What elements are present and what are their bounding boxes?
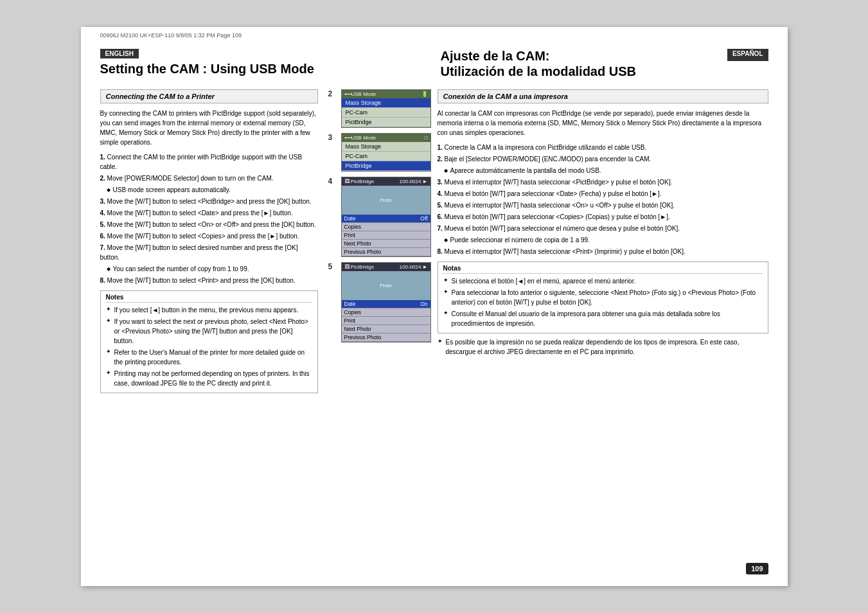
screen-2-item-mass-storage: Mass Storage: [342, 98, 430, 108]
screen-5-row-date: DateOn: [342, 300, 430, 308]
spanish-step-2: 2. Baje el [Selector POWER/MODE] (ENC./M…: [438, 154, 768, 164]
spanish-steps-list: 1. Conecte la CAM a la impresora con Pic…: [438, 143, 768, 256]
spanish-step-7: 7. Mueva el botón [W/T] para seleccionar…: [438, 224, 768, 233]
page-wrapper: 00906J M2100 UK+ESP-110 9/8/05 1:32 PM P…: [81, 27, 788, 586]
screen-5-number: 5: [328, 262, 337, 271]
screen-4-item: 4 🖼 PictBridge 100-0024 ► Photo DateOff …: [328, 177, 431, 257]
english-content: Connecting the CAM to a Printer By conne…: [100, 89, 318, 565]
english-step-6: 6. Move the [W/T] button to select <Copi…: [100, 231, 318, 241]
screen-2-header: ⟵USB Mode 🔋: [342, 90, 430, 98]
spanish-note-2: Para seleccionar la foto anterior o sigu…: [443, 288, 763, 307]
screen-2: ⟵USB Mode 🔋 Mass Storage PC-Cam PictBrid…: [341, 89, 431, 128]
screen-5-row-copies: Copies: [342, 308, 430, 317]
spanish-step-3: 3. Mueva el interruptor [W/T] hasta sele…: [438, 177, 768, 187]
screen-3-item: 3 ⟵USB Mode □ Mass Storage PC-Cam PictBr…: [328, 133, 431, 172]
screen-3-number: 3: [328, 133, 337, 142]
english-header-group: ENGLISH Setting the CAM : Using USB Mode: [100, 49, 428, 82]
english-notes-label: Notes: [106, 294, 312, 303]
screen-5-header: 🖼 PictBridge 100-0024 ►: [342, 263, 430, 271]
english-step-4: 4. Move the [W/T] button to select <Date…: [100, 208, 318, 218]
english-step-8: 8. Move the [W/T] button to select <Prin…: [100, 276, 318, 285]
spanish-title-line1: Ajuste de la CAM:: [441, 49, 550, 64]
spanish-subsection-header: Conexión de la CAM a una impresora: [438, 89, 768, 103]
spanish-step-8: 8. Mueva el interruptor [W/T] hasta sele…: [438, 247, 768, 256]
spanish-badge: ESPAÑOL: [727, 49, 768, 61]
english-note-3: Refer to the User's Manual of the printe…: [106, 348, 312, 367]
camera-screens: 2 ⟵USB Mode 🔋 Mass Storage PC-Cam PictBr…: [328, 89, 431, 565]
english-subsection-header: Connecting the CAM to a Printer: [100, 89, 318, 103]
english-note-4: Printing may not be performed depending …: [106, 369, 312, 388]
spanish-notes-box: Notas Si selecciona el botón [◄] en el m…: [438, 262, 768, 333]
screen-5-row-next: Next Photo: [342, 325, 430, 333]
english-badge: ENGLISH: [100, 49, 139, 58]
english-notes-box: Notes If you select [◄] button in the me…: [100, 290, 318, 393]
screen-4-row-copies: Copies: [342, 223, 430, 231]
page-header: 00906J M2100 UK+ESP-110 9/8/05 1:32 PM P…: [100, 32, 242, 39]
header-code: 00906J M2100 UK+ESP-110 9/8/05 1:32 PM P…: [100, 32, 242, 39]
spanish-step-2-sub: Aparece automáticamente la pantalla del …: [438, 166, 768, 175]
screen-3-item-pc-cam: PC-Cam: [342, 152, 430, 161]
screen-5-row-print: Print: [342, 317, 430, 325]
spanish-note-4: Es posible que la impresión no se pueda …: [438, 337, 768, 357]
spanish-step-5: 5. Mueva el interruptor [W/T] hasta sele…: [438, 200, 768, 210]
screen-4-row-date: DateOff: [342, 215, 430, 223]
screen-2-item: 2 ⟵USB Mode 🔋 Mass Storage PC-Cam PictBr…: [328, 89, 431, 128]
screen-4-row-prev: Previous Photo: [342, 248, 430, 256]
screen-5: 🖼 PictBridge 100-0024 ► Photo DateOn Cop…: [341, 262, 431, 342]
screen-4-header: 🖼 PictBridge 100-0024 ►: [342, 177, 430, 186]
spanish-step-1: 1. Conecte la CAM a la impresora con Pic…: [438, 143, 768, 152]
screen-5-item: 5 🖼 PictBridge 100-0024 ► Photo DateOn C…: [328, 262, 431, 342]
screen-3-header: ⟵USB Mode □: [342, 134, 430, 142]
spanish-content: Conexión de la CAM a una impresora Al co…: [438, 89, 768, 565]
screen-2-item-pc-cam: PC-Cam: [342, 108, 430, 118]
screen-3-item-mass-storage: Mass Storage: [342, 142, 430, 152]
screen-4-row-next: Next Photo: [342, 240, 430, 248]
screen-4-number: 4: [328, 177, 337, 186]
screen-2-number: 2: [328, 89, 337, 98]
english-steps-list: 1. Connect the CAM to the printer with P…: [100, 152, 318, 285]
english-step-7-sub: You can select the number of copy from 1…: [100, 264, 318, 274]
page-number-badge: 109: [746, 563, 768, 574]
spanish-notes-label: Notas: [443, 265, 763, 274]
english-intro: By connecting the CAM to printers with P…: [100, 109, 318, 147]
spanish-main-title-line2: Utilización de la modalidad USB: [441, 64, 637, 79]
screen-3-item-pictbridge: PictBridge: [342, 161, 430, 171]
spanish-step-7-sub: Puede seleccionar el número de copia de …: [438, 235, 768, 245]
screen-5-row-prev: Previous Photo: [342, 333, 430, 342]
english-note-1: If you select [◄] button in the menu, th…: [106, 305, 312, 315]
english-step-5: 5. Move the [W/T] button to select <On> …: [100, 220, 318, 229]
english-step-2: 2. Move [POWER/MODE Selector] down to tu…: [100, 173, 318, 183]
spanish-intro: Al conectar la CAM con impresoras con Pi…: [438, 109, 768, 138]
screen-2-item-pictbridge: PictBridge: [342, 118, 430, 127]
screen-4: 🖼 PictBridge 100-0024 ► Photo DateOff Co…: [341, 177, 431, 257]
english-step-2-sub: USB mode screen appears automatically.: [100, 185, 318, 195]
english-note-2: If you want to select the next or previo…: [106, 317, 312, 346]
spanish-step-4: 4. Mueva el botón [W/T] para seleccionar…: [438, 189, 768, 199]
spanish-note-3: Consulte el Manual del usuario de la imp…: [443, 309, 763, 328]
english-step-3: 3. Move the [W/T] button to select <Pict…: [100, 197, 318, 206]
spanish-step-6: 6. Mueva el botón [W/T] para seleccionar…: [438, 212, 768, 222]
spanish-note-1: Si selecciona el botón [◄] en el menú, a…: [443, 276, 763, 286]
english-step-7: 7. Move the [W/T] button to select desir…: [100, 243, 318, 262]
english-step-1: 1. Connect the CAM to the printer with P…: [100, 152, 318, 172]
screen-3: ⟵USB Mode □ Mass Storage PC-Cam PictBrid…: [341, 133, 431, 172]
english-main-title: Setting the CAM : Using USB Mode: [100, 61, 428, 76]
screen-4-row-print: Print: [342, 231, 430, 240]
